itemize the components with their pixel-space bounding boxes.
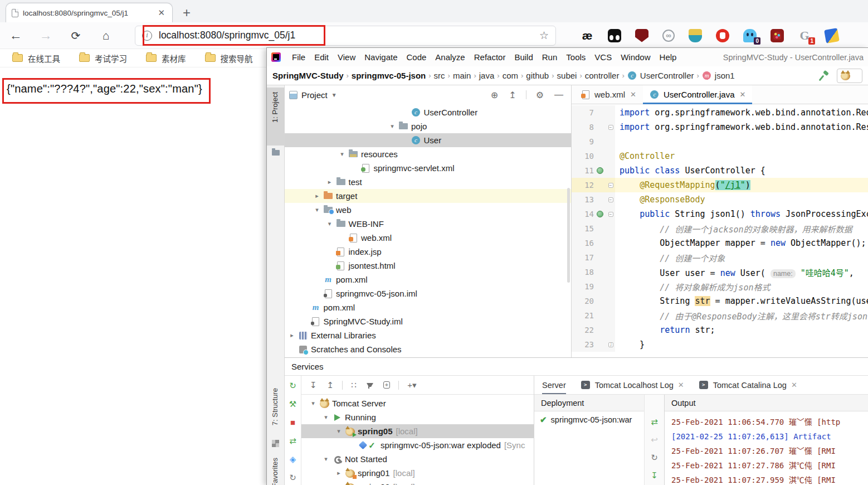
tab-close-icon[interactable]: ✕ <box>156 8 167 18</box>
close-tab-icon[interactable]: ✕ <box>629 90 636 99</box>
settings-gear-icon[interactable]: ⚙ <box>533 90 547 100</box>
chevron-down-icon[interactable]: ▾ <box>333 428 345 435</box>
services-config-icon[interactable]: ◈ <box>290 455 296 464</box>
stripe-project[interactable]: 1: Project <box>271 92 279 123</box>
back-icon[interactable]: ← <box>8 28 23 43</box>
tab-server[interactable]: Server <box>542 376 566 394</box>
menu-refactor[interactable]: Refactor <box>470 48 510 66</box>
home-icon[interactable]: ⌂ <box>98 29 114 42</box>
refresh-deployment-icon[interactable]: ↻ <box>651 453 658 463</box>
expand-all-icon[interactable]: ↧ <box>306 380 321 390</box>
locate-file-icon[interactable]: ⊕ <box>487 90 501 100</box>
build-hammer-icon[interactable] <box>819 71 829 81</box>
tree-item[interactable]: SpringMVC-Study.iml <box>285 314 571 328</box>
url-bar[interactable]: i localhost:8080/springmvc_05/j1 ☆ <box>135 26 556 46</box>
chevron-right-icon[interactable]: ▸ <box>286 332 298 339</box>
close-tab-icon[interactable]: ✕ <box>738 90 745 99</box>
chevron-right-icon[interactable]: ▸ <box>333 469 345 477</box>
service-tree-item[interactable]: ▾Not Started <box>301 452 534 466</box>
g-extension[interactable]: G1 <box>798 29 811 42</box>
group-by-icon[interactable]: ∷ <box>347 380 360 390</box>
browser-tab[interactable]: localhost:8080/springmvc_05/j1 ✕ <box>6 3 173 22</box>
services-panel-title[interactable]: Services <box>285 358 868 376</box>
bookmark-item[interactable]: 在线工具 <box>12 52 60 64</box>
add-service-icon[interactable]: +▾ <box>403 380 420 390</box>
fold-marker[interactable]: − <box>608 197 613 202</box>
menu-build[interactable]: Build <box>510 48 537 66</box>
service-tree-item[interactable]: ✓springmvc-05-json:war exploded [Sync <box>301 438 534 452</box>
stop-server-icon[interactable]: ■ <box>290 418 295 427</box>
deploy-artifacts-icon[interactable]: ⇄ <box>289 437 296 445</box>
ghostery-extension[interactable]: 0 <box>743 29 757 42</box>
deploy-icon[interactable]: ⇄ <box>651 417 658 427</box>
filter-icon[interactable] <box>363 383 377 387</box>
project-panel-title[interactable]: Project <box>301 90 328 100</box>
chevron-down-icon[interactable]: ▾ <box>336 151 348 158</box>
stripe-structure[interactable]: 7: Structure <box>271 388 279 425</box>
breadcrumb-item-subei[interactable]: subei <box>557 71 577 80</box>
deploy-to-server-icon[interactable]: ↧ <box>651 471 658 481</box>
ae-extension[interactable]: æ <box>581 29 594 42</box>
menu-tools[interactable]: Tools <box>562 48 590 66</box>
stripe-favorites[interactable]: Favorites <box>271 458 279 485</box>
rerun-server-icon[interactable]: ↻ <box>289 381 296 390</box>
project-folder-icon[interactable] <box>272 150 280 156</box>
close-tab-icon[interactable]: ✕ <box>791 381 797 389</box>
spring-bean-gutter-icon[interactable] <box>597 167 603 174</box>
tree-item[interactable]: ▸test <box>285 175 571 189</box>
new-tab-button[interactable]: + <box>183 3 191 22</box>
bookmark-item[interactable]: 搜索导航 <box>205 52 253 64</box>
tree-item[interactable]: ▾resources <box>285 147 571 161</box>
service-tree-item[interactable]: ▾Tomcat Server <box>301 396 534 410</box>
tree-item[interactable]: ▾web <box>285 203 571 217</box>
collapse-all-icon[interactable]: ↥ <box>505 90 519 100</box>
menu-run[interactable]: Run <box>538 48 562 66</box>
tab-tomcat-catalina-log[interactable]: >Tomcat Catalina Log✕ <box>699 376 797 394</box>
proxy-extension[interactable] <box>662 30 675 42</box>
tree-item[interactable]: cUser <box>285 133 571 147</box>
forward-icon[interactable]: → <box>38 28 53 43</box>
deployment-item[interactable]: ✔springmvc-05-json:war <box>534 411 644 428</box>
run-configuration-button[interactable] <box>837 69 862 83</box>
tree-extension[interactable] <box>771 29 784 42</box>
breadcrumb-item-controller[interactable]: controller <box>585 71 620 80</box>
menu-vcs[interactable]: VCS <box>590 48 616 66</box>
adblock-extension[interactable] <box>716 29 729 42</box>
breadcrumb-item-springmvc-study[interactable]: SpringMVC-Study <box>272 71 344 80</box>
tab-tomcat-localhost-log[interactable]: >Tomcat Localhost Log✕ <box>581 376 684 394</box>
favorite-star-icon[interactable]: ☆ <box>539 29 549 42</box>
tree-item[interactable]: ▾WEB-INF <box>285 217 571 231</box>
code-editor[interactable]: 7import org.springframework.web.bind.ann… <box>572 104 868 357</box>
tree-item[interactable]: ▸target <box>285 189 571 203</box>
undeploy-icon[interactable]: ↩ <box>651 435 658 445</box>
server-log[interactable]: 25-Feb-2021 11:06:54.770 璀﹀憡 [http[2021-… <box>665 411 868 485</box>
chevron-down-icon[interactable]: ▾ <box>386 123 398 130</box>
service-tree-item[interactable]: ▸spring02 [local] <box>301 480 534 485</box>
chevron-right-icon[interactable]: ▸ <box>311 192 323 200</box>
collapse-all-icon[interactable]: ↥ <box>323 380 338 390</box>
fold-marker[interactable]: − <box>608 183 613 188</box>
tree-item[interactable]: web.xml <box>285 231 571 245</box>
menu-view[interactable]: View <box>333 48 360 66</box>
breadcrumb-item-springmvc-05-json[interactable]: springmvc-05-json <box>352 71 426 80</box>
menu-analyze[interactable]: Analyze <box>431 48 469 66</box>
structure-icon[interactable] <box>272 440 279 447</box>
dark-reader-extension[interactable] <box>608 29 621 42</box>
chevron-down-icon[interactable]: ▾ <box>307 400 319 407</box>
fold-marker[interactable]: ˩ <box>608 342 613 347</box>
tree-item[interactable]: mpom.xml <box>285 273 571 287</box>
tree-item[interactable]: jsontest.html <box>285 259 571 273</box>
tree-item[interactable]: Scratches and Consoles <box>285 342 571 356</box>
breadcrumb-item-src[interactable]: src <box>434 71 445 80</box>
menu-code[interactable]: Code <box>402 48 431 66</box>
close-tab-icon[interactable]: ✕ <box>678 381 684 389</box>
tree-item[interactable]: springmvc-05-json.iml <box>285 287 571 300</box>
tree-item[interactable]: ▾pojo <box>285 119 571 133</box>
chevron-down-icon[interactable]: ▾ <box>320 414 332 421</box>
chevron-down-icon[interactable]: ▾ <box>324 220 336 227</box>
bookmark-item[interactable]: 素材库 <box>146 52 186 64</box>
scrollbar-thumb[interactable] <box>567 188 570 283</box>
breadcrumb-item-main[interactable]: main <box>453 71 471 80</box>
site-info-icon[interactable]: i <box>142 31 152 41</box>
show-frame-icon[interactable]: + <box>379 381 394 389</box>
